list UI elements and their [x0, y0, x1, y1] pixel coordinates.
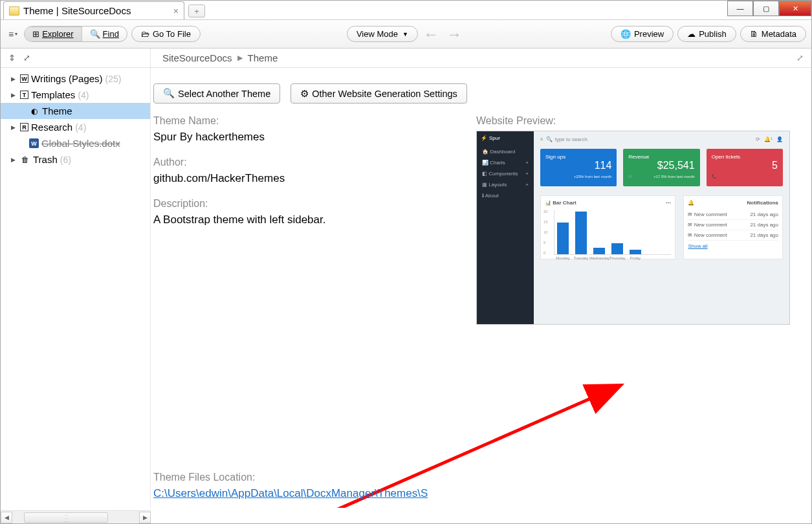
new-tab-button[interactable]: + [188, 5, 205, 17]
horizontal-scrollbar[interactable]: ◀ ▶ [1, 510, 151, 523]
collapse-tree-icon[interactable]: ⇕ [8, 53, 16, 63]
breadcrumb-current: Theme [248, 52, 278, 63]
minimize-button[interactable]: — [727, 1, 753, 16]
chevron-right-icon[interactable]: ▶ [11, 92, 16, 98]
tab-bar: Theme | SiteSourceDocs × + [1, 1, 811, 20]
tree-item-global-styles[interactable]: W Global-Styles.dotx [1, 135, 150, 151]
breadcrumb-root[interactable]: SiteSourceDocs [162, 52, 232, 63]
chevron-right-icon[interactable]: ▶ [11, 157, 16, 163]
preview-card-revenue: Revenue $25,541 🛒+17.5% from last month [623, 149, 699, 186]
tree-item-templates[interactable]: ▶ T Templates (4) [1, 87, 150, 103]
close-button[interactable]: ✕ [779, 1, 811, 16]
breadcrumb: SiteSourceDocs ▶ Theme [151, 52, 796, 63]
folder-icon [9, 6, 19, 16]
page-icon: W [20, 74, 28, 83]
nav-forward-icon[interactable]: → [444, 25, 465, 43]
tree-item-theme[interactable]: ◐ Theme [1, 103, 150, 119]
secondary-bar: ⇕ ⤢ SiteSourceDocs ▶ Theme ⤢ [1, 49, 811, 68]
chevron-right-icon[interactable]: ▶ [11, 76, 16, 82]
trash-icon: 🗑 [20, 155, 30, 165]
chevron-right-icon: ▶ [237, 54, 243, 62]
toolbar-group-left: ⊞Explorer 🔍Find [24, 26, 127, 42]
maximize-button[interactable]: ▢ [753, 1, 779, 16]
tab-active[interactable]: Theme | SiteSourceDocs × [3, 1, 184, 19]
scrollbar-thumb[interactable] [24, 512, 108, 523]
description-value: A Bootstrap theme with left sidebar. [153, 213, 450, 226]
content-pane: 🔍Select Another Theme ⚙Other Website Gen… [151, 68, 811, 508]
template-icon: T [20, 91, 28, 99]
expand-tree-icon[interactable]: ⤢ [23, 53, 30, 63]
preview-card-signups: Sign ups 114 👤+25% from last month [540, 149, 617, 186]
preview-menu-item: 🏠 Dashboard [481, 146, 530, 157]
preview-notifications: 🔔 Notifications ✉ New comment21 days ago… [683, 195, 783, 259]
location-link[interactable]: C:\Users\edwin\AppData\Local\DocxManager… [153, 487, 428, 500]
research-icon: R [20, 123, 28, 131]
view-mode-dropdown[interactable]: View Mode▼ [347, 26, 418, 42]
metadata-button[interactable]: 🗎Metadata [740, 26, 806, 42]
nav-back-icon[interactable]: ← [421, 25, 441, 43]
preview-sidebar: ⚡Spur 🏠 Dashboard 📊 Charts+ ◧ Components… [477, 131, 534, 324]
preview-card-tickets: Open tickets 5 📞 [707, 149, 783, 186]
tree-item-trash[interactable]: ▶ 🗑 Trash (6) [1, 151, 150, 168]
scroll-right-icon[interactable]: ▶ [139, 512, 151, 523]
theme-name-label: Theme Name: [153, 115, 450, 127]
main-split: ▶ W Writings (Pages) (25) ▶ T Templates … [1, 68, 811, 508]
scroll-left-icon[interactable]: ◀ [1, 512, 12, 523]
other-settings-button[interactable]: ⚙Other Website Generation Settings [291, 83, 467, 104]
menu-icon[interactable]: ≡▾ [6, 28, 20, 41]
tab-title: Theme | SiteSourceDocs [23, 5, 131, 16]
search-icon: 🔍 [163, 88, 175, 99]
goto-file-button[interactable]: 🗁Go To File [131, 26, 201, 42]
tree-item-research[interactable]: ▶ R Research (4) [1, 119, 150, 135]
description-label: Description: [153, 198, 450, 210]
sidebar-tree: ▶ W Writings (Pages) (25) ▶ T Templates … [1, 68, 151, 508]
search-icon: 🔍 [546, 136, 553, 142]
website-preview: ⚡Spur 🏠 Dashboard 📊 Charts+ ◧ Components… [476, 131, 790, 325]
toolbar: ≡▾ ⊞Explorer 🔍Find 🗁Go To File View Mode… [1, 20, 811, 49]
lightning-icon: ⚡ [481, 135, 487, 141]
tab-close-icon[interactable]: × [173, 6, 179, 16]
author-value: github.com/HackerThemes [153, 172, 450, 185]
fullscreen-icon[interactable]: ⤢ [796, 53, 804, 63]
select-theme-button[interactable]: 🔍Select Another Theme [153, 83, 280, 104]
theme-name-value: Spur By hackerthemes [153, 131, 450, 144]
preview-bar-chart: 📊 Bar Chart⋯ 20151050 MondayTuesdayWedne… [540, 195, 675, 259]
author-label: Author: [153, 157, 450, 168]
tree-item-writings[interactable]: ▶ W Writings (Pages) (25) [1, 71, 150, 87]
preview-label: Website Preview: [476, 115, 800, 127]
chevron-right-icon[interactable]: ▶ [11, 124, 16, 131]
gear-icon: ⚙ [300, 89, 309, 99]
window-controls: — ▢ ✕ [727, 1, 811, 16]
preview-button[interactable]: 🌐Preview [611, 26, 674, 42]
theme-icon: ◐ [29, 106, 39, 116]
publish-button[interactable]: ☁Publish [677, 26, 736, 42]
location-label: Theme Files Location: [153, 472, 428, 483]
word-doc-icon: W [29, 138, 39, 148]
find-button[interactable]: 🔍Find [82, 27, 127, 41]
explorer-button[interactable]: ⊞Explorer [25, 27, 82, 41]
